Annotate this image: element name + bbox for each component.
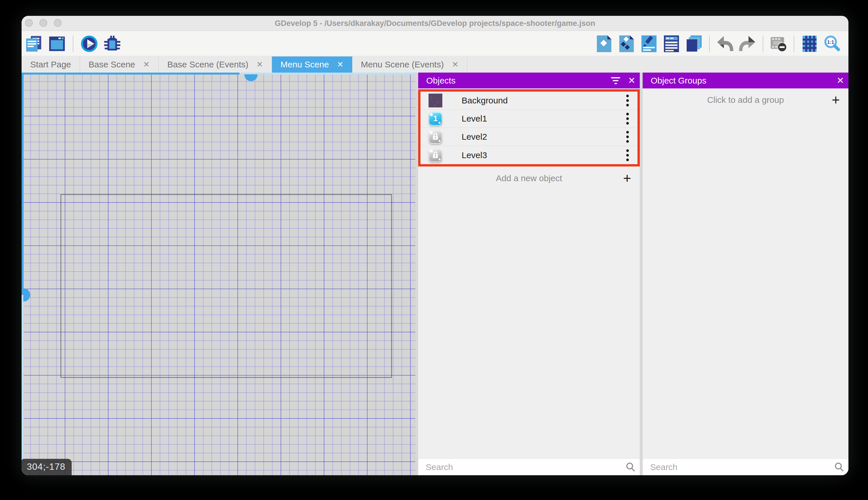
- tab-start-page[interactable]: Start Page: [22, 56, 80, 72]
- add-object-button[interactable]: Add a new object +: [418, 169, 640, 188]
- horizontal-scrollbar-fill[interactable]: [22, 72, 239, 75]
- object-groups-panel-title: Object Groups: [651, 76, 706, 86]
- vertical-scrollbar-track[interactable]: [22, 72, 24, 475]
- highlight-box: Background 1 Level1: [418, 89, 640, 167]
- editor-tab-bar: Start Page Base Scene ✕ Base Scene (Even…: [22, 56, 848, 72]
- tab-label: Base Scene: [89, 60, 135, 69]
- redo-icon[interactable]: [739, 35, 756, 53]
- groups-search-input[interactable]: [643, 462, 830, 472]
- object-row-level1[interactable]: 1 Level1: [421, 110, 637, 128]
- object-name: Level3: [462, 150, 487, 160]
- add-group-button[interactable]: Click to add a group +: [643, 90, 848, 110]
- tab-close-icon[interactable]: ✕: [452, 61, 458, 69]
- layers-panel-icon[interactable]: [662, 35, 680, 53]
- objects-panel: Objects ✕ Background: [418, 72, 640, 475]
- tab-base-scene[interactable]: Base Scene ✕: [80, 56, 159, 72]
- object-row-background[interactable]: Background: [421, 92, 637, 110]
- filter-icon[interactable]: [608, 72, 624, 88]
- level1-badge: 1: [433, 114, 438, 123]
- background-sprite-thumbnail: [429, 94, 442, 107]
- close-icon[interactable]: ✕: [832, 72, 848, 88]
- window-title: GDevelop 5 - /Users/dkarakay/Documents/G…: [22, 16, 848, 31]
- svg-text:1:1: 1:1: [827, 39, 834, 45]
- object-row-level3[interactable]: Level3: [421, 146, 637, 164]
- object-name: Level1: [462, 114, 487, 124]
- scene-canvas[interactable]: 304;-178: [22, 72, 418, 475]
- object-row-level2[interactable]: Level2: [421, 128, 637, 146]
- zoom-1-1-icon[interactable]: 1:1: [823, 35, 841, 53]
- objects-panel-header: Objects ✕: [418, 72, 640, 88]
- tab-close-icon[interactable]: ✕: [256, 61, 263, 69]
- objects-panel-title: Objects: [426, 76, 456, 86]
- undo-icon[interactable]: [716, 35, 734, 53]
- search-icon[interactable]: [830, 459, 848, 476]
- vertical-scrollbar-fill[interactable]: [22, 72, 24, 295]
- locked-button-thumbnail: [429, 130, 442, 144]
- groups-search-bar: [643, 458, 848, 475]
- add-group-label: Click to add a group: [707, 95, 784, 105]
- locked-button-thumbnail: [429, 148, 442, 162]
- toolbar-divider: [763, 35, 763, 52]
- scene-window-icon[interactable]: [48, 35, 66, 53]
- add-object-label: Add a new object: [496, 173, 562, 183]
- object-name: Level2: [462, 132, 487, 142]
- level1-button-thumbnail: 1: [429, 112, 442, 126]
- tab-label: Menu Scene (Events): [361, 60, 444, 69]
- scene-grid[interactable]: [22, 72, 415, 475]
- toolbar-divider: [73, 35, 73, 52]
- title-bar: GDevelop 5 - /Users/dkarakay/Documents/G…: [22, 16, 848, 31]
- object-menu-icon[interactable]: [626, 149, 629, 161]
- tab-menu-scene[interactable]: Menu Scene ✕: [272, 56, 352, 72]
- gdevelop-window: GDevelop 5 - /Users/dkarakay/Documents/G…: [22, 16, 848, 475]
- editor-content: 304;-178 Objects ✕ B: [22, 72, 848, 475]
- desktop-background: GDevelop 5 - /Users/dkarakay/Documents/G…: [0, 0, 868, 500]
- play-icon[interactable]: [80, 35, 98, 53]
- main-toolbar: 1:1: [22, 31, 848, 56]
- object-groups-panel: Object Groups ✕ Click to add a group +: [643, 72, 848, 475]
- close-icon[interactable]: ✕: [624, 72, 640, 88]
- toggle-mask-icon[interactable]: [770, 35, 787, 53]
- tab-close-icon[interactable]: ✕: [337, 61, 344, 69]
- toolbar-divider: [794, 35, 794, 52]
- tab-menu-scene-events[interactable]: Menu Scene (Events) ✕: [352, 56, 467, 72]
- project-manager-icon[interactable]: [25, 35, 43, 53]
- objects-search-input[interactable]: [418, 462, 621, 472]
- plus-icon[interactable]: +: [832, 93, 840, 107]
- debug-bug-icon[interactable]: [103, 35, 121, 53]
- cursor-coordinates-badge: 304;-178: [22, 459, 72, 475]
- search-icon[interactable]: [621, 459, 640, 476]
- properties-panel-icon[interactable]: [640, 35, 658, 53]
- tab-label: Menu Scene: [281, 60, 329, 69]
- object-name: Background: [462, 95, 508, 105]
- instances-list-icon[interactable]: [685, 35, 703, 53]
- object-menu-icon[interactable]: [626, 95, 629, 106]
- horizontal-scrollbar-track[interactable]: [22, 72, 415, 75]
- objects-panel-icon[interactable]: [595, 35, 613, 53]
- toggle-grid-icon[interactable]: [801, 35, 819, 53]
- objects-search-bar: [418, 458, 640, 475]
- tab-label: Base Scene (Events): [167, 60, 248, 69]
- plus-icon[interactable]: +: [623, 171, 631, 185]
- tab-base-scene-events[interactable]: Base Scene (Events) ✕: [159, 56, 272, 72]
- object-menu-icon[interactable]: [626, 131, 629, 143]
- object-groups-panel-header: Object Groups ✕: [643, 72, 848, 88]
- scene-window-frame: [60, 194, 392, 378]
- tab-close-icon[interactable]: ✕: [143, 61, 150, 69]
- tab-label: Start Page: [30, 60, 71, 69]
- panel-divider[interactable]: [640, 72, 643, 475]
- object-menu-icon[interactable]: [626, 113, 629, 125]
- instances-panel-icon[interactable]: [618, 35, 635, 53]
- toolbar-divider: [709, 35, 710, 52]
